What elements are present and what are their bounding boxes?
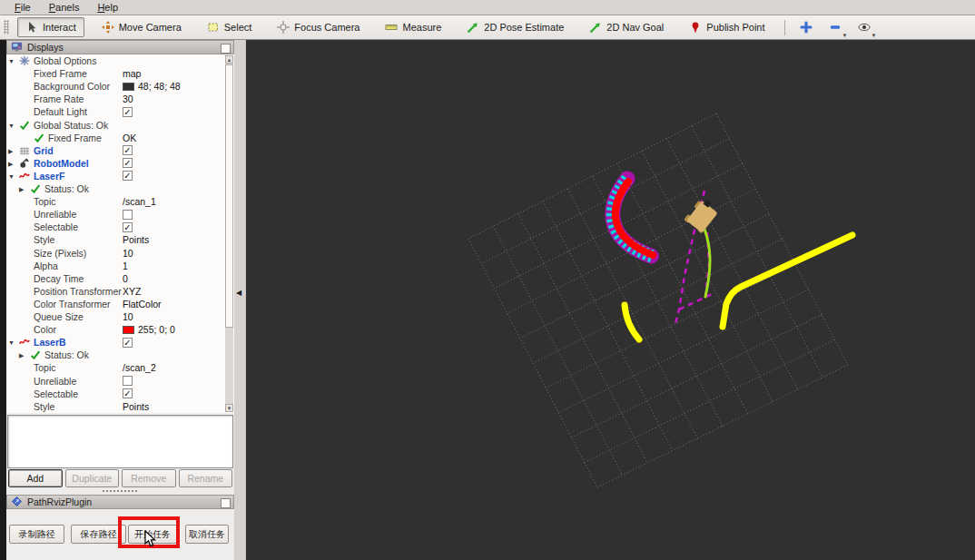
checked-checkbox[interactable]: ✓ [123,158,133,168]
expand-icon[interactable]: ▶ [19,183,24,196]
remove-button[interactable]: Remove [122,469,176,487]
property-value[interactable]: 10 [123,310,133,323]
expand-icon[interactable]: ▶ [8,145,13,158]
unchecked-checkbox[interactable] [123,210,133,220]
plugin-panel-header[interactable]: PathRvizPlugin [6,495,234,509]
plugin-button-4[interactable]: 取消任务 [185,525,229,544]
property-value[interactable]: ✓ [123,388,133,400]
tree-row-position-transformer[interactable]: Position TransformerXYZ [6,285,224,298]
add-button[interactable]: Add [8,469,63,487]
displays-panel-header[interactable]: Displays [6,40,234,54]
property-value[interactable]: ✓ [123,170,133,182]
tool-focus-camera[interactable]: Focus Camera [269,17,368,37]
property-value[interactable]: /scan_2 [123,361,156,374]
color-swatch[interactable] [123,83,134,91]
tree-row-status-ok[interactable]: ▶Status: Ok [6,349,224,361]
property-value[interactable]: ✓ [123,105,133,118]
tree-row-alpha[interactable]: Alpha1 [6,260,224,272]
checked-checkbox[interactable]: ✓ [123,388,133,398]
tree-row-robotmodel[interactable]: ▶RobotModel✓ [6,157,224,170]
plugin-button-3[interactable]: 开始任务 [128,525,177,544]
tree-row-global-status-ok[interactable]: ▼Global Status: Ok [6,119,224,132]
tree-row-frame-rate[interactable]: Frame Rate30 [6,93,224,105]
add-tool-button[interactable] [794,18,818,36]
plugin-button-1[interactable]: 录制路径 [9,525,64,544]
panel-view-splitter[interactable]: ◀ [234,40,245,560]
property-value[interactable]: XYZ [123,285,141,298]
menu-item-file[interactable]: File [7,1,38,15]
tree-row-default-light[interactable]: Default Light✓ [6,105,224,118]
property-value[interactable]: ✓ [123,336,133,349]
tool-move-camera[interactable]: Move Camera [94,17,190,37]
property-value[interactable]: ✓ [123,144,133,157]
tool-select[interactable]: Select [199,17,261,37]
collapse-icon[interactable]: ▼ [8,337,15,349]
unchecked-checkbox[interactable] [123,376,133,386]
duplicate-button[interactable]: Duplicate [65,469,120,487]
property-value[interactable]: 1 [123,260,128,272]
tree-row-fixed-frame[interactable]: Fixed Framemap [6,67,224,80]
collapse-icon[interactable]: ▼ [8,120,15,133]
property-value[interactable]: ✓ [123,221,133,233]
menu-item-panels[interactable]: Panels [42,1,87,15]
tree-row-unreliable[interactable]: Unreliable [6,375,224,388]
visibility-tool-button[interactable]: ▼ [852,18,876,36]
tree-row-status-ok[interactable]: ▶Status: Ok [6,182,224,195]
panel-splitter-handle[interactable] [102,489,138,493]
checked-checkbox[interactable]: ✓ [123,107,133,117]
property-value[interactable]: map [123,67,141,80]
tree-row-unreliable[interactable]: Unreliable [6,208,224,221]
menu-item-help[interactable]: Help [90,1,125,15]
plugin-button-2[interactable]: 保存路径 [71,525,126,544]
tree-row-topic[interactable]: Topic/scan_2 [6,361,224,374]
expand-icon[interactable]: ▶ [19,349,24,362]
tree-row-color-transformer[interactable]: Color TransformerFlatColor [6,298,224,310]
collapse-icon[interactable]: ▼ [8,171,15,183]
scroll-down-icon[interactable]: ▼ [225,404,233,412]
tree-row-grid[interactable]: ▶Grid✓ [6,144,224,157]
property-value[interactable]: Points [123,233,149,246]
displays-float-button[interactable] [221,44,231,54]
tool-interact[interactable]: Interact [17,17,84,37]
property-value[interactable]: 48; 48; 48 [123,80,181,93]
tree-row-laserb[interactable]: ▼LaserB✓ [6,336,224,349]
property-value[interactable]: Points [123,400,149,413]
tree-row-topic[interactable]: Topic/scan_1 [6,195,224,208]
tree-row-decay-time[interactable]: Decay Time0 [6,272,224,285]
checked-checkbox[interactable]: ✓ [123,222,133,232]
property-value[interactable]: 0 [123,272,128,285]
tree-row-style[interactable]: StylePoints [6,400,224,413]
tree-row-size-pixels-[interactable]: Size (Pixels)10 [6,247,224,260]
property-value[interactable]: 255; 0; 0 [123,323,175,336]
property-value[interactable]: 30 [123,93,133,105]
property-value[interactable]: ✓ [123,157,133,170]
collapse-icon[interactable]: ▼ [8,55,15,68]
collapse-panel-icon[interactable]: ◀ [236,289,241,297]
property-value[interactable]: /scan_1 [123,195,156,208]
color-swatch[interactable] [123,326,134,334]
property-value[interactable]: FlatColor [123,298,162,310]
property-value[interactable] [123,208,133,221]
tree-row-fixed-frame[interactable]: Fixed FrameOK [6,132,224,144]
property-value[interactable] [123,375,133,388]
tree-row-global-options[interactable]: ▼Global Options [6,54,224,67]
scrollbar-thumb[interactable] [225,64,233,328]
tree-row-selectable[interactable]: Selectable✓ [6,221,224,233]
tree-row-selectable[interactable]: Selectable✓ [6,388,224,400]
tree-row-background-color[interactable]: Background Color48; 48; 48 [6,80,224,93]
tool-publish-point[interactable]: Publish Point [681,17,773,37]
tree-row-laserf[interactable]: ▼LaserF✓ [6,170,224,182]
remove-tool-button[interactable]: ▼ [823,18,847,36]
tool-measure[interactable]: Measure [377,17,449,37]
tree-scrollbar[interactable]: ▲ ▼ [225,55,233,412]
rename-button[interactable]: Rename [179,469,233,487]
tree-row-style[interactable]: StylePoints [6,233,224,246]
tree-row-queue-size[interactable]: Queue Size10 [6,310,224,323]
expand-icon[interactable]: ▶ [8,158,13,171]
checked-checkbox[interactable]: ✓ [123,145,133,155]
plugin-float-button[interactable] [221,498,231,508]
checked-checkbox[interactable]: ✓ [123,338,133,348]
scroll-up-icon[interactable]: ▲ [225,55,233,64]
property-value[interactable]: 10 [123,247,133,260]
tool-2d-pose-estimate[interactable]: 2D Pose Estimate [458,17,572,37]
